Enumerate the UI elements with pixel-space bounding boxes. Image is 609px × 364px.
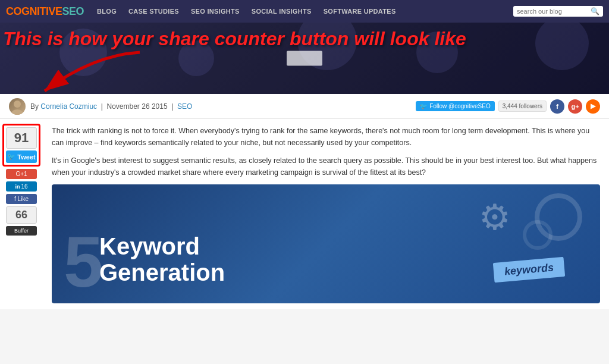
tweet-count: 91 xyxy=(6,127,37,149)
share-sidebar: 91 🐦 Tweet G+1 in 16 f Like 66 Buffer xyxy=(0,119,43,309)
logo-cognitive: COGNITIVE xyxy=(6,5,62,17)
gear-outline-small xyxy=(523,220,553,250)
linkedin-count: 16 xyxy=(21,183,27,190)
twitter-icon: 🐦 xyxy=(7,153,15,161)
hero-accent-bar xyxy=(287,51,322,66)
keywords-badge: keywords xyxy=(493,257,565,283)
nav-seo-insights[interactable]: SEO INSIGHTS xyxy=(186,8,244,15)
navbar: COGNITIVESEO BLOG CASE STUDIES SEO INSIG… xyxy=(0,0,609,23)
svg-point-1 xyxy=(14,101,21,108)
nav-case-studies[interactable]: CASE STUDIES xyxy=(124,8,184,15)
author-link[interactable]: Cornelia Cozmiuc xyxy=(40,102,97,111)
article-content: The trick with ranking is not to force i… xyxy=(43,119,609,309)
follower-count: 3,444 followers xyxy=(498,101,547,112)
search-icon: 🔍 xyxy=(591,7,599,15)
author-avatar xyxy=(9,98,26,115)
nav-social-insights[interactable]: SOCIAL INSIGHTS xyxy=(247,8,316,15)
infographic-banner: 5 KeywordGeneration ⚙ keywords xyxy=(52,184,600,303)
site-logo[interactable]: COGNITIVESEO xyxy=(6,5,84,18)
facebook-icon[interactable]: f xyxy=(550,99,564,114)
meta-bar: By Cornelia Cozmiuc | November 26 2015 |… xyxy=(0,94,609,119)
article-para-1: The trick with ranking is not to force i… xyxy=(52,125,600,149)
fb-share-btn[interactable]: f Like xyxy=(6,194,37,204)
hero-annotation: This is how your share counter button wi… xyxy=(3,29,592,49)
googleplus-icon[interactable]: g+ xyxy=(568,99,582,114)
meta-date: November 26 2015 xyxy=(107,102,168,111)
search-box: 🔍 xyxy=(513,6,603,17)
linkedin-icon: in xyxy=(15,184,20,190)
meta-category[interactable]: SEO xyxy=(177,102,192,111)
buffer-count: 66 xyxy=(6,206,37,224)
meta-info: By Cornelia Cozmiuc | November 26 2015 |… xyxy=(30,102,192,111)
nav-software-updates[interactable]: SOFTWARE UPDATES xyxy=(319,8,401,15)
tweet-button[interactable]: 🐦 Tweet xyxy=(6,150,37,163)
twitter-follow-btn[interactable]: 🐦 Follow @cognitiveSEO xyxy=(416,101,494,111)
infographic-title: KeywordGeneration xyxy=(99,233,225,285)
twitter-bird-icon: 🐦 xyxy=(420,103,427,109)
hero-banner: This is how your share counter button wi… xyxy=(0,23,609,94)
twitter-follow-text: Follow @cognitiveSEO xyxy=(429,103,490,109)
content-wrapper: 91 🐦 Tweet G+1 in 16 f Like 66 Buffer Th… xyxy=(0,119,609,309)
linkedin-share-btn[interactable]: in 16 xyxy=(6,181,37,192)
meta-social: 🐦 Follow @cognitiveSEO 3,444 followers f… xyxy=(416,99,600,114)
tweet-label: Tweet xyxy=(17,153,35,161)
svg-point-2 xyxy=(11,109,23,115)
infographic-text-block: KeywordGeneration xyxy=(99,233,225,285)
article-para-2: It's in Google's best interest to sugges… xyxy=(52,155,600,178)
share-box-highlight: 91 🐦 Tweet xyxy=(2,124,40,167)
gear-icon: ⚙ xyxy=(479,196,511,238)
gplus-share-btn[interactable]: G+1 xyxy=(6,169,37,179)
logo-seo: SEO xyxy=(62,5,84,17)
search-input[interactable] xyxy=(517,8,588,15)
meta-by: By xyxy=(30,102,39,111)
nav-blog[interactable]: BLOG xyxy=(92,8,121,15)
buffer-btn[interactable]: Buffer xyxy=(6,226,37,236)
rss-icon[interactable]: ▶ xyxy=(586,99,600,114)
infographic-number: 5 xyxy=(64,226,103,297)
red-arrow xyxy=(33,49,152,94)
